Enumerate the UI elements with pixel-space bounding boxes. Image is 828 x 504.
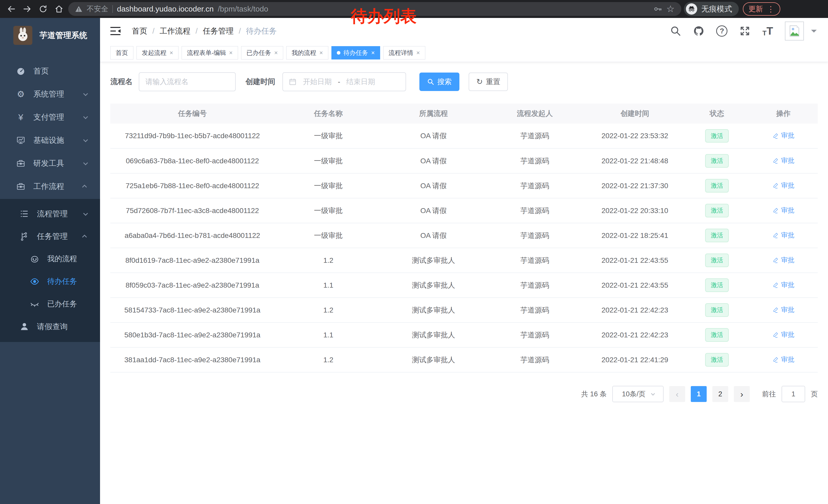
breadcrumb-home[interactable]: 首页 bbox=[132, 26, 147, 36]
approve-link[interactable]: 审批 bbox=[772, 206, 794, 215]
close-icon[interactable]: × bbox=[319, 50, 323, 56]
sidebar-item-process-management[interactable]: 流程管理 bbox=[0, 202, 100, 225]
table-header-row: 任务编号 任务名称 所属流程 流程发起人 创建时间 状态 操作 bbox=[110, 103, 818, 124]
end-date-placeholder[interactable]: 结束日期 bbox=[346, 77, 375, 87]
col-actions: 操作 bbox=[749, 103, 818, 124]
sidebar-item-payment[interactable]: ¥ 支付管理 bbox=[0, 106, 100, 129]
start-date-placeholder[interactable]: 开始日期 bbox=[303, 77, 332, 87]
briefcase-icon bbox=[15, 182, 27, 191]
browser-update-button[interactable]: 更新 ⋮ bbox=[743, 2, 780, 16]
sidebar-item-devtools[interactable]: 研发工具 bbox=[0, 152, 100, 175]
tab-start-process[interactable]: 发起流程 × bbox=[136, 46, 178, 59]
sidebar-item-my-process[interactable]: 我的流程 bbox=[0, 248, 100, 270]
sidebar-item-todo-tasks[interactable]: 待办任务 bbox=[0, 270, 100, 293]
content: 流程名 创建时间 开始日期 - 结束日期 搜索 bbox=[100, 62, 828, 504]
approve-link[interactable]: 审批 bbox=[772, 256, 794, 265]
active-dot-icon bbox=[337, 51, 340, 55]
approve-link[interactable]: 审批 bbox=[772, 355, 794, 364]
chevron-down-icon bbox=[83, 211, 88, 216]
app-title: 芋道管理系统 bbox=[40, 30, 87, 41]
approve-link[interactable]: 审批 bbox=[772, 305, 794, 314]
task-table: 任务编号 任务名称 所属流程 流程发起人 创建时间 状态 操作 73211d9d… bbox=[110, 103, 818, 372]
close-icon[interactable]: × bbox=[416, 50, 420, 56]
sidebar: 芋道管理系统 首页 ⚙ 系统管理 ¥ 支付管理 bbox=[0, 18, 100, 504]
tab-process-form-edit[interactable]: 流程表单-编辑 × bbox=[181, 46, 238, 59]
sidebar-item-workflow[interactable]: 工作流程 bbox=[0, 175, 100, 198]
sidebar-item-leave-query[interactable]: 请假查询 bbox=[0, 315, 100, 338]
pagination: 共 16 条 10条/页 ‹ 1 2 › 前往 页 bbox=[110, 386, 818, 402]
user-avatar[interactable] bbox=[785, 21, 804, 41]
search-icon[interactable] bbox=[670, 26, 681, 37]
app-logo[interactable]: 芋道管理系统 bbox=[0, 18, 100, 49]
sidebar-item-task-management[interactable]: 任务管理 bbox=[0, 225, 100, 248]
browser-forward-button[interactable] bbox=[20, 2, 34, 16]
browser-reload-button[interactable] bbox=[36, 2, 50, 16]
status-badge: 激活 bbox=[705, 353, 729, 367]
approve-link[interactable]: 审批 bbox=[772, 231, 794, 240]
tab-todo-tasks[interactable]: 待办任务 × bbox=[331, 46, 380, 59]
sidebar-item-infrastructure[interactable]: 基础设施 bbox=[0, 129, 100, 152]
breadcrumb-task-management[interactable]: 任务管理 bbox=[203, 26, 234, 36]
tab-done-tasks[interactable]: 已办任务 × bbox=[241, 46, 283, 59]
approve-link[interactable]: 审批 bbox=[772, 280, 794, 289]
status-badge: 激活 bbox=[705, 129, 729, 143]
goto-page-input[interactable] bbox=[782, 386, 805, 402]
breadcrumb: 首页 / 工作流程 / 任务管理 / 待办任务 bbox=[132, 26, 277, 36]
tree-icon bbox=[18, 231, 30, 241]
page-button-2[interactable]: 2 bbox=[712, 386, 728, 402]
close-icon[interactable]: × bbox=[170, 50, 173, 56]
sidebar-menu: 首页 ⚙ 系统管理 ¥ 支付管理 基础设施 bbox=[0, 59, 100, 342]
page-size-select[interactable]: 10条/页 bbox=[612, 386, 664, 402]
help-icon[interactable]: ? bbox=[716, 26, 728, 37]
avatar-dropdown-caret[interactable] bbox=[811, 30, 817, 35]
total-count: 共 16 条 bbox=[581, 390, 607, 399]
goto-unit: 页 bbox=[811, 390, 818, 399]
url-host: dashboard.yudao.iocoder.cn bbox=[117, 5, 214, 13]
chevron-down-icon bbox=[651, 392, 655, 396]
status-badge: 激活 bbox=[705, 303, 729, 317]
col-status: 状态 bbox=[685, 103, 749, 124]
fullscreen-icon[interactable] bbox=[739, 26, 750, 37]
table-row: 73211d9d-7b9b-11ec-b5b7-acde48001122 一级审… bbox=[110, 124, 818, 148]
process-name-input[interactable] bbox=[146, 78, 229, 86]
tabbar: 首页 发起流程 × 流程表单-编辑 × 已办任务 × 我的流程 × 待办任务 × bbox=[100, 44, 828, 62]
approve-link[interactable]: 审批 bbox=[772, 156, 794, 165]
security-warning-icon bbox=[75, 5, 83, 13]
update-label: 更新 bbox=[748, 4, 763, 14]
status-badge: 激活 bbox=[705, 154, 729, 168]
page-button-1[interactable]: 1 bbox=[691, 386, 707, 402]
sidebar-collapse-icon[interactable] bbox=[109, 25, 122, 37]
approve-link[interactable]: 审批 bbox=[772, 131, 794, 140]
chevron-down-icon bbox=[83, 114, 88, 119]
sidebar-item-system[interactable]: ⚙ 系统管理 bbox=[0, 83, 100, 106]
tab-home[interactable]: 首页 bbox=[110, 46, 133, 59]
incognito-label: 无痕模式 bbox=[701, 4, 732, 14]
table-row: 069c6a63-7b8a-11ec-8ef0-acde48001122 一级审… bbox=[110, 148, 818, 173]
close-icon[interactable]: × bbox=[274, 50, 278, 56]
sidebar-item-home[interactable]: 首页 bbox=[0, 59, 100, 83]
github-icon[interactable] bbox=[693, 26, 704, 37]
close-icon[interactable]: × bbox=[229, 50, 233, 56]
close-icon[interactable]: × bbox=[371, 50, 375, 56]
font-size-icon[interactable]: TT bbox=[762, 26, 773, 36]
browser-home-button[interactable] bbox=[52, 2, 66, 16]
search-button[interactable]: 搜索 bbox=[419, 73, 459, 91]
reset-button[interactable]: ↻ 重置 bbox=[469, 73, 508, 91]
breadcrumb-workflow[interactable]: 工作流程 bbox=[160, 26, 190, 36]
goto-label: 前往 bbox=[762, 390, 776, 399]
password-key-icon[interactable] bbox=[654, 5, 662, 13]
bookmark-star-icon[interactable]: ☆ bbox=[666, 4, 675, 13]
browser-menu-icon[interactable]: ⋮ bbox=[767, 5, 775, 13]
tab-process-detail[interactable]: 流程详情 × bbox=[383, 46, 425, 59]
approve-link[interactable]: 审批 bbox=[772, 330, 794, 339]
chevron-down-icon bbox=[83, 137, 88, 142]
approve-link[interactable]: 审批 bbox=[772, 181, 794, 190]
sidebar-item-done-tasks[interactable]: 已办任务 bbox=[0, 293, 100, 315]
prev-page-button[interactable]: ‹ bbox=[669, 386, 685, 402]
next-page-button[interactable]: › bbox=[734, 386, 750, 402]
date-range-picker[interactable]: 开始日期 - 结束日期 bbox=[282, 72, 406, 91]
tab-my-process[interactable]: 我的流程 × bbox=[286, 46, 328, 59]
workflow-submenu: 流程管理 任务管理 我的流程 bbox=[0, 199, 100, 342]
col-task-id: 任务编号 bbox=[110, 103, 275, 124]
browser-back-button[interactable] bbox=[5, 2, 18, 16]
